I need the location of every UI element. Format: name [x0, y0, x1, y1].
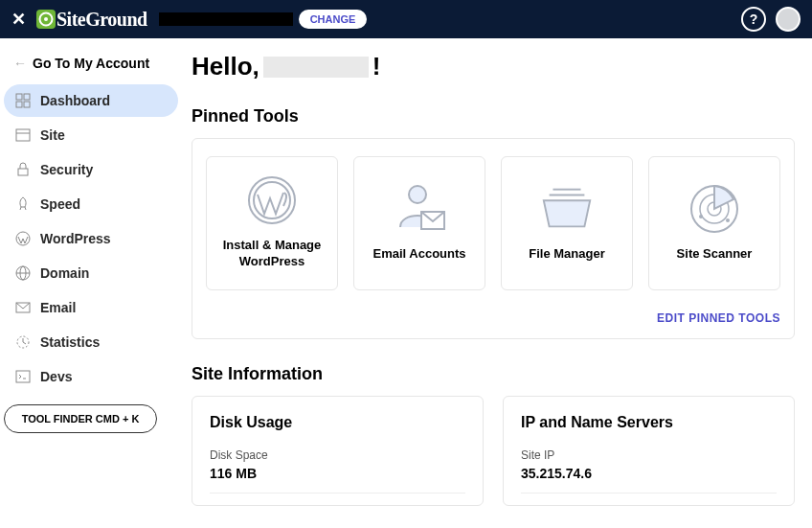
pinned-tool-email[interactable]: Email Accounts	[353, 156, 485, 290]
tool-label: Site Scanner	[677, 246, 753, 263]
svg-rect-9	[18, 169, 28, 175]
tool-label: Install & Manage WordPress	[216, 238, 327, 270]
svg-line-11	[25, 207, 26, 210]
sidebar: ← Go To My Account Dashboard Site Securi…	[0, 38, 184, 528]
wordpress-logo-icon	[243, 176, 301, 224]
tool-label: File Manager	[529, 246, 604, 263]
svg-rect-3	[16, 94, 22, 100]
svg-point-32	[726, 218, 730, 222]
lock-icon	[15, 162, 31, 177]
disk-usage-title: Disk Usage	[210, 414, 465, 431]
sidebar-item-label: Email	[40, 300, 76, 315]
pinned-tools-title: Pinned Tools	[192, 106, 795, 126]
pinned-tools-card: Install & Manage WordPress Email Account…	[192, 138, 795, 339]
divider	[210, 493, 465, 494]
siteground-mark-icon	[35, 9, 56, 30]
sidebar-item-label: WordPress	[40, 231, 111, 246]
site-icon	[15, 127, 31, 143]
site-information-title: Site Information	[192, 364, 795, 384]
svg-rect-6	[24, 102, 30, 107]
disk-space-value: 116 MB	[210, 466, 465, 481]
back-to-account-link[interactable]: ← Go To My Account	[4, 50, 178, 77]
ip-ns-title: IP and Name Servers	[521, 414, 777, 431]
hello-name-redacted	[263, 57, 369, 78]
svg-rect-4	[24, 94, 30, 100]
arrow-left-icon: ←	[13, 56, 27, 71]
email-accounts-icon	[391, 185, 448, 233]
sidebar-item-speed[interactable]: Speed	[4, 188, 178, 220]
sidebar-item-security[interactable]: Security	[4, 153, 178, 186]
greeting: Hello, !	[192, 52, 795, 81]
pinned-tool-wordpress[interactable]: Install & Manage WordPress	[206, 156, 338, 290]
tool-label: Email Accounts	[372, 246, 465, 263]
file-manager-icon	[538, 185, 596, 233]
pinned-tool-site-scanner[interactable]: Site Scanner	[648, 156, 780, 290]
brand-logo[interactable]: SiteGround	[35, 9, 147, 31]
edit-pinned-tools-link[interactable]: EDIT PINNED TOOLS	[206, 311, 780, 325]
hello-prefix: Hello,	[192, 52, 259, 81]
avatar[interactable]	[776, 7, 801, 32]
pinned-tool-file-manager[interactable]: File Manager	[501, 156, 633, 290]
sidebar-item-dashboard[interactable]: Dashboard	[4, 84, 178, 117]
svg-rect-7	[16, 129, 30, 141]
disk-space-label: Disk Space	[210, 448, 465, 462]
site-name-redacted	[159, 12, 293, 26]
svg-rect-5	[16, 102, 22, 107]
svg-point-22	[249, 177, 295, 223]
dashboard-icon	[15, 93, 31, 108]
sidebar-item-domain[interactable]: Domain	[4, 257, 178, 289]
svg-point-2	[44, 17, 48, 21]
sidebar-item-statistics[interactable]: Statistics	[4, 326, 178, 358]
terminal-icon	[15, 369, 31, 384]
sidebar-item-email[interactable]: Email	[4, 291, 178, 324]
svg-point-31	[699, 215, 703, 218]
change-site-button[interactable]: CHANGE	[299, 10, 368, 29]
sidebar-item-label: Security	[40, 162, 93, 177]
globe-icon	[15, 265, 31, 281]
sidebar-item-label: Domain	[40, 265, 89, 281]
clock-icon	[15, 334, 31, 350]
radar-icon	[686, 185, 743, 233]
rocket-icon	[15, 196, 31, 212]
sidebar-item-devs[interactable]: Devs	[4, 360, 178, 393]
sidebar-item-label: Statistics	[40, 334, 100, 350]
main-content: Hello, ! Pinned Tools Install & Manage W…	[184, 38, 812, 528]
svg-point-24	[409, 186, 426, 203]
ip-nameservers-card: IP and Name Servers Site IP 35.215.74.6	[503, 396, 795, 506]
sidebar-item-label: Devs	[40, 369, 72, 384]
site-ip-label: Site IP	[521, 448, 777, 462]
back-label: Go To My Account	[33, 56, 149, 71]
disk-usage-card: Disk Usage Disk Space 116 MB	[192, 396, 484, 506]
tool-finder-button[interactable]: TOOL FINDER CMD + K	[4, 404, 157, 433]
site-selector: CHANGE	[159, 10, 368, 29]
svg-line-19	[23, 342, 26, 344]
email-icon	[15, 300, 31, 315]
sidebar-item-label: Dashboard	[40, 93, 110, 108]
top-header: ✕ SiteGround CHANGE ?	[0, 0, 812, 38]
close-icon[interactable]: ✕	[11, 9, 26, 30]
sidebar-item-wordpress[interactable]: WordPress	[4, 222, 178, 255]
brand-logo-text: SiteGround	[56, 9, 147, 31]
help-icon[interactable]: ?	[741, 7, 766, 32]
hello-suffix: !	[372, 52, 381, 81]
sidebar-item-site[interactable]: Site	[4, 119, 178, 151]
svg-line-10	[20, 207, 21, 210]
site-ip-value: 35.215.74.6	[521, 466, 777, 481]
sidebar-item-label: Site	[40, 127, 65, 143]
sidebar-item-label: Speed	[40, 196, 80, 212]
svg-rect-20	[16, 371, 30, 382]
divider	[521, 493, 777, 494]
wordpress-icon	[15, 231, 31, 246]
